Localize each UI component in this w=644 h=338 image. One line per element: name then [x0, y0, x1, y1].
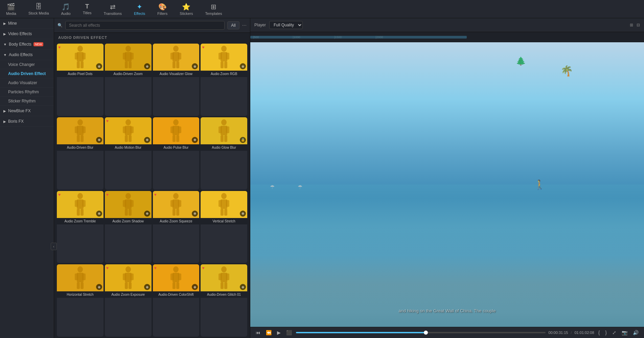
mark-in-button[interactable]: { — [597, 329, 601, 336]
effect-card-audio-glow-blur[interactable]: 🔒 Audio Glow Blur — [201, 117, 247, 190]
effect-card-audio-zoom-rgb[interactable]: ♥ ⊕ Audio Zoom RGB — [201, 44, 247, 116]
sidebar-audio-effects[interactable]: ▼ Audio Effects — [0, 50, 54, 60]
sidebar-item-audio-driven-effect[interactable]: Audio Driven Effect — [0, 69, 54, 78]
minimap-bar[interactable] — [250, 36, 467, 39]
download-icon: ⊕ — [144, 137, 150, 143]
effect-name-audio-driven-blur: Audio-Driven Blur — [57, 144, 104, 151]
step-back-button[interactable]: ⏪ — [264, 329, 273, 336]
effect-thumb-audio-driven-glitch: ♥ ⊕ — [201, 264, 247, 291]
sidebar-item-sticker-rhythm[interactable]: Sticker Rhythm — [0, 97, 54, 106]
volume-button[interactable]: 🔊 — [631, 329, 640, 336]
sidebar-boris-fx[interactable]: ▶ Boris FX — [0, 116, 54, 127]
svg-rect-45 — [226, 126, 229, 133]
svg-rect-71 — [224, 209, 227, 216]
transitions-icon: ⇄ — [110, 3, 116, 11]
effect-card-audio-zoom-squeeze[interactable]: ♥ ⊕ Audio Zoom Squeeze — [153, 191, 200, 263]
chevron-right-icon: ▶ — [3, 120, 6, 123]
search-icon: 🔍 — [58, 23, 63, 28]
sidebar-collapse-btn[interactable]: ‹ — [51, 243, 54, 250]
heart-icon: ♥ — [106, 192, 109, 197]
effect-card-audio-zoom-shadow[interactable]: ♥ ⊕ Audio Zoom Shadow — [105, 191, 152, 263]
effect-card-audio-pixel-dots[interactable]: ♥ ⊕ Audio Pixel Dots — [57, 44, 104, 116]
svg-rect-44 — [218, 126, 222, 133]
effect-card-audio-pulse-blur[interactable]: ⊕ Audio Pulse Blur — [153, 117, 200, 190]
effect-card-audio-zoom-tremble[interactable]: ♥ ⊕ Audio Zoom Tremble — [57, 191, 104, 263]
download-icon: ⊕ — [240, 63, 246, 69]
svg-rect-41 — [176, 135, 179, 142]
toolbar-templates[interactable]: ⊞ Templates — [202, 1, 225, 17]
svg-rect-21 — [226, 53, 229, 59]
sidebar-item-particles-rhythm[interactable]: Particles Rhythm — [0, 88, 54, 97]
toolbar-filters[interactable]: 🎨 Filters — [155, 1, 170, 17]
progress-bar[interactable] — [296, 332, 546, 333]
effect-card-audio-zoom-exposure[interactable]: ♥ ⊕ Audio Zoom Exposure — [105, 264, 152, 337]
toolbar-media[interactable]: 🎬 Media — [3, 1, 19, 17]
sidebar-item-audio-visualizer[interactable]: Audio Visualizer — [0, 78, 54, 88]
search-input[interactable] — [65, 21, 225, 30]
toolbar-audio[interactable]: 🎵 Audio — [59, 1, 73, 17]
figure-svg — [70, 119, 90, 143]
effect-name-horizontal-stretch: Horizontal Stretch — [57, 291, 104, 298]
effect-card-audio-driven-zoom[interactable]: ⊕ Audio-Driven Zoom — [105, 44, 152, 116]
effect-card-horizontal-stretch[interactable]: ⊕ Horizontal Stretch — [57, 264, 104, 337]
effect-card-audio-driven-colorshift[interactable]: ♥ ⊕ Audio-Driven ColorShift — [153, 264, 200, 337]
fullscreen-button[interactable]: ⤢ — [611, 329, 618, 336]
sidebar-video-effects[interactable]: ▶ Video Effects — [0, 29, 54, 39]
download-icon: ⊕ — [96, 137, 102, 143]
filter-all-button[interactable]: All — [227, 21, 239, 29]
stop-button[interactable]: ⬛ — [285, 329, 293, 336]
effect-thumb-audio-glow-blur: 🔒 — [201, 117, 247, 144]
effect-card-audio-driven-glitch[interactable]: ♥ ⊕ Audio-Driven Glitch 01 — [201, 264, 247, 337]
heart-icon: ♥ — [202, 45, 204, 50]
svg-rect-87 — [178, 273, 181, 280]
more-options-icon[interactable]: ··· — [242, 22, 247, 28]
sidebar-item-voice-changer[interactable]: Voice Changer — [0, 60, 54, 69]
svg-rect-75 — [82, 273, 86, 280]
effect-card-audio-visualizer-glow[interactable]: ⊕ Audio Visualizer Glow — [153, 44, 200, 116]
svg-point-54 — [125, 193, 131, 199]
progress-thumb[interactable] — [424, 331, 428, 335]
skip-back-button[interactable]: ⏮ — [254, 329, 262, 336]
player-label: Player — [254, 23, 266, 27]
play-button[interactable]: ▶ — [276, 329, 282, 336]
sidebar-newblue-fx[interactable]: ▶ NewBlue FX — [0, 106, 54, 116]
svg-rect-29 — [80, 135, 84, 142]
svg-rect-95 — [224, 282, 227, 289]
top-toolbar: 🎬 Media 🗄 Stock Media 🎵 Audio T Titles ⇄… — [0, 0, 644, 18]
toolbar-transitions[interactable]: ⇄ Transitions — [101, 1, 124, 17]
toolbar-stickers[interactable]: ⭐ Stickers — [177, 1, 196, 17]
sidebar-body-effects[interactable]: ▼ Body Effects NEW — [0, 39, 54, 50]
effect-thumb-vertical-stretch: ⊕ — [201, 191, 247, 218]
snapshot-button[interactable]: 📷 — [620, 329, 629, 336]
toolbar-effects[interactable]: ✦ Effects — [131, 1, 148, 17]
svg-rect-3 — [82, 53, 86, 59]
svg-rect-23 — [224, 62, 227, 68]
effect-card-vertical-stretch[interactable]: ⊕ Vertical Stretch — [201, 191, 247, 263]
effect-name-audio-pixel-dots: Audio Pixel Dots — [57, 71, 104, 77]
effect-card-audio-driven-blur[interactable]: ⊕ Audio-Driven Blur — [57, 117, 104, 190]
quality-select[interactable]: Full Quality 1/2 Quality 1/4 Quality — [269, 21, 303, 29]
svg-rect-46 — [221, 135, 224, 142]
mark-out-button[interactable]: } — [604, 329, 608, 336]
sidebar-mine[interactable]: ▶ Mine — [0, 18, 54, 29]
effect-name-audio-driven-zoom: Audio-Driven Zoom — [105, 71, 152, 77]
new-badge: NEW — [33, 42, 43, 46]
window-icon[interactable]: ⊟ — [637, 23, 640, 27]
svg-point-6 — [125, 46, 131, 52]
stickers-icon: ⭐ — [182, 3, 190, 11]
figure-svg — [166, 119, 186, 143]
effect-thumb-horizontal-stretch: ⊕ — [57, 264, 104, 291]
effect-thumb-audio-driven-colorshift: ♥ ⊕ — [153, 264, 200, 291]
effect-name-vertical-stretch: Vertical Stretch — [201, 218, 247, 224]
download-icon: ⊕ — [192, 137, 198, 143]
svg-point-36 — [173, 119, 179, 125]
toolbar-stock-media[interactable]: 🗄 Stock Media — [26, 1, 52, 17]
effect-name-audio-zoom-tremble: Audio Zoom Tremble — [57, 218, 104, 224]
chevron-down-icon: ▼ — [3, 53, 7, 57]
svg-rect-27 — [82, 126, 86, 133]
effect-card-audio-motion-blur[interactable]: ♥ ⊕ Audio Motion Blur — [105, 117, 152, 190]
download-icon: ⊕ — [240, 284, 246, 290]
toolbar-titles[interactable]: T Titles — [80, 2, 94, 16]
expand-icon[interactable]: ⊞ — [630, 23, 633, 27]
svg-rect-39 — [178, 126, 181, 133]
